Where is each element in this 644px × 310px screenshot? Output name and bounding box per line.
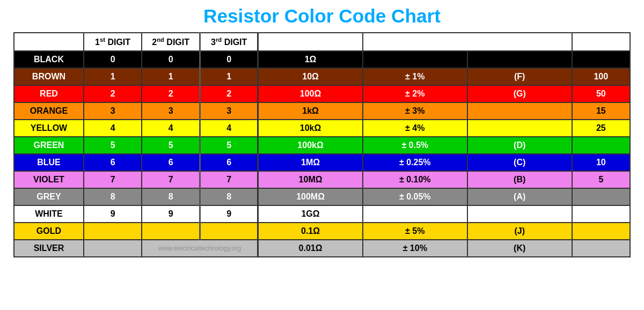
tolerance-value xyxy=(363,51,467,68)
color-name: YELLOW xyxy=(14,120,84,137)
temp-coeff xyxy=(572,51,630,68)
table-row: BLUE6661MΩ± 0.25%(C)10 xyxy=(14,154,630,171)
tolerance-value: ± 10% xyxy=(363,240,467,257)
tolerance-value: ± 1% xyxy=(363,68,467,85)
digit1: 7 xyxy=(84,171,142,188)
tolerance-code: (A) xyxy=(467,188,572,205)
digit1: 1 xyxy=(84,68,142,85)
table-row: VIOLET77710MΩ± 0.10%(B)5 xyxy=(14,171,630,188)
tolerance-code xyxy=(467,51,572,68)
digit3: 3 xyxy=(200,102,258,120)
table-row: WHITE9991GΩ xyxy=(14,205,630,223)
tolerance-value: ± 5% xyxy=(363,223,467,240)
digit2: 7 xyxy=(142,171,200,188)
tolerance-value: ± 4% xyxy=(363,120,467,137)
digit2: 4 xyxy=(142,120,200,137)
digit2: www.electricaltechnology.org xyxy=(142,240,258,257)
header-tol xyxy=(363,33,572,51)
color-name: ORANGE xyxy=(14,102,84,120)
tolerance-value: ± 0.25% xyxy=(363,154,467,171)
digit2: 0 xyxy=(142,51,200,68)
digit2: 3 xyxy=(142,102,200,120)
digit3: 6 xyxy=(200,154,258,171)
tolerance-value: ± 0.10% xyxy=(363,171,467,188)
tolerance-value: ± 3% xyxy=(363,102,467,120)
digit1: 5 xyxy=(84,137,142,154)
tolerance-code xyxy=(467,205,572,223)
temp-coeff: 25 xyxy=(572,120,630,137)
digit2: 9 xyxy=(142,205,200,223)
tolerance-code xyxy=(467,102,572,120)
multiplier: 100kΩ xyxy=(258,137,363,154)
header-d1: 1st DIGIT xyxy=(84,33,142,51)
temp-coeff xyxy=(572,240,630,257)
header-d3: 3rd DIGIT xyxy=(200,33,258,51)
multiplier: 1kΩ xyxy=(258,102,363,120)
color-name: BROWN xyxy=(14,68,84,85)
page-title: Resistor Color Code Chart xyxy=(203,5,441,27)
multiplier: 100Ω xyxy=(258,85,363,102)
digit1: 0 xyxy=(84,51,142,68)
digit1: 9 xyxy=(84,205,142,223)
multiplier: 1MΩ xyxy=(258,154,363,171)
digit3: 8 xyxy=(200,188,258,205)
tolerance-value xyxy=(363,205,467,223)
table-row: GREEN555100kΩ± 0.5%(D) xyxy=(14,137,630,154)
header-color xyxy=(14,33,84,51)
digit3: 9 xyxy=(200,205,258,223)
digit3: 2 xyxy=(200,85,258,102)
table-row: YELLOW44410kΩ± 4%25 xyxy=(14,120,630,137)
digit1: 4 xyxy=(84,120,142,137)
color-name: WHITE xyxy=(14,205,84,223)
multiplier: 0.01Ω xyxy=(258,240,363,257)
tolerance-code: (F) xyxy=(467,68,572,85)
table-row: SILVERwww.electricaltechnology.org0.01Ω±… xyxy=(14,240,630,257)
temp-coeff: 5 xyxy=(572,171,630,188)
digit3 xyxy=(200,223,258,240)
header-d2: 2nd DIGIT xyxy=(142,33,200,51)
temp-coeff: 10 xyxy=(572,154,630,171)
multiplier: 10MΩ xyxy=(258,171,363,188)
digit2: 2 xyxy=(142,85,200,102)
tolerance-code: (J) xyxy=(467,223,572,240)
digit3: 0 xyxy=(200,51,258,68)
color-name: GOLD xyxy=(14,223,84,240)
digit1: 3 xyxy=(84,102,142,120)
multiplier: 1Ω xyxy=(258,51,363,68)
multiplier: 10kΩ xyxy=(258,120,363,137)
digit2: 6 xyxy=(142,154,200,171)
multiplier: 100MΩ xyxy=(258,188,363,205)
table-row: GREY888100MΩ± 0.05%(A) xyxy=(14,188,630,205)
header-mult xyxy=(258,33,363,51)
digit3: 1 xyxy=(200,68,258,85)
temp-coeff: 15 xyxy=(572,102,630,120)
table-row: BROWN11110Ω± 1%(F)100 xyxy=(14,68,630,85)
digit3: 5 xyxy=(200,137,258,154)
color-name: VIOLET xyxy=(14,171,84,188)
tolerance-code xyxy=(467,120,572,137)
digit1: 6 xyxy=(84,154,142,171)
tolerance-code: (G) xyxy=(467,85,572,102)
tolerance-code: (K) xyxy=(467,240,572,257)
table-row: ORANGE3331kΩ± 3%15 xyxy=(14,102,630,120)
digit1: 8 xyxy=(84,188,142,205)
table-row: GOLD0.1Ω± 5%(J) xyxy=(14,223,630,240)
temp-coeff: 100 xyxy=(572,68,630,85)
tolerance-value: ± 0.05% xyxy=(363,188,467,205)
table-header-row: 1st DIGIT 2nd DIGIT 3rd DIGIT xyxy=(14,33,630,51)
color-name: SILVER xyxy=(14,240,84,257)
color-name: GREY xyxy=(14,188,84,205)
digit1 xyxy=(84,240,142,257)
tolerance-value: ± 0.5% xyxy=(363,137,467,154)
temp-coeff xyxy=(572,188,630,205)
digit2 xyxy=(142,223,200,240)
table-row: BLACK0001Ω xyxy=(14,51,630,68)
tolerance-value: ± 2% xyxy=(363,85,467,102)
color-name: BLUE xyxy=(14,154,84,171)
table-row: RED222100Ω± 2%(G)50 xyxy=(14,85,630,102)
digit3: 4 xyxy=(200,120,258,137)
color-name: RED xyxy=(14,85,84,102)
digit2: 1 xyxy=(142,68,200,85)
temp-coeff: 50 xyxy=(572,85,630,102)
temp-coeff xyxy=(572,223,630,240)
